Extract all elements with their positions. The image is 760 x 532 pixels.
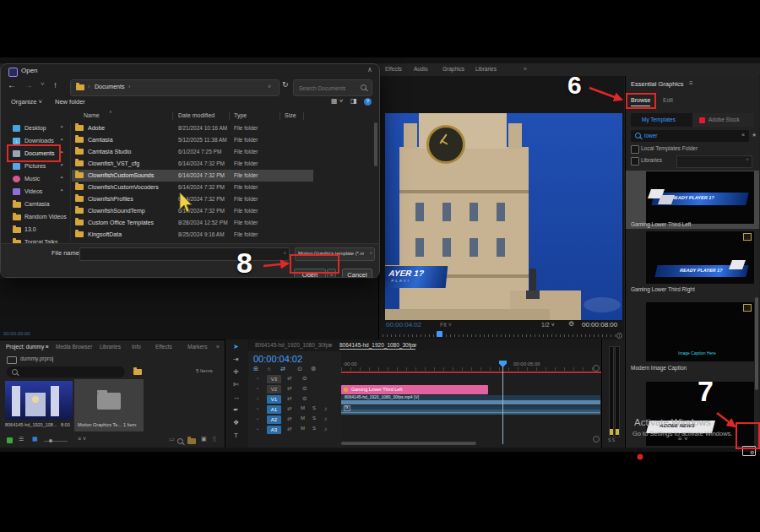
- table-row[interactable]: Custom Office Templates 8/28/2024 12:52 …: [72, 217, 377, 229]
- eg-scrollbar[interactable]: [755, 297, 758, 390]
- mute-button[interactable]: M: [301, 426, 305, 432]
- sync-lock-icon[interactable]: ⇄: [287, 385, 291, 391]
- table-row[interactable]: ClownfishProfiles 6/14/2024 7:32 PM File…: [72, 193, 377, 205]
- sync-lock-icon[interactable]: ⇄: [287, 405, 291, 411]
- tab-libraries[interactable]: Libraries: [475, 66, 497, 72]
- libraries-dropdown[interactable]: ˅: [676, 155, 752, 168]
- open-split-dropdown[interactable]: ˅: [327, 269, 336, 278]
- sequence-tab-inactive[interactable]: 8064145-hd_1920_1080_30fps: [255, 342, 331, 348]
- tab-info[interactable]: Info: [132, 344, 141, 350]
- local-templates-checkbox[interactable]: [631, 145, 639, 154]
- track-badge[interactable]: V1: [267, 395, 281, 404]
- track-badge[interactable]: A1: [267, 405, 281, 414]
- bin-path[interactable]: dummy.prproj: [20, 356, 53, 361]
- timeline-timecode[interactable]: 00:00:04:02: [253, 354, 302, 364]
- clip-v2-lower-third[interactable]: Gaming Lower Third Left: [341, 385, 488, 394]
- project-tab-overflow-icon[interactable]: »: [216, 344, 220, 350]
- panel-menu-icon[interactable]: ≡: [689, 80, 693, 88]
- program-playhead[interactable]: [437, 331, 442, 337]
- table-row[interactable]: Camtasia 5/12/2025 11:38 AM File folder: [72, 134, 377, 146]
- tab-project[interactable]: Project: dummy ≡: [6, 344, 49, 350]
- template-row[interactable]: Image Caption Here Modern Image Caption: [626, 296, 759, 372]
- tab-markers[interactable]: Markers: [187, 344, 207, 350]
- timeline-hscrollbar[interactable]: [341, 442, 476, 445]
- tab-audio[interactable]: Audio: [414, 66, 428, 72]
- sidebar-item-downloads[interactable]: Downloads: [24, 138, 54, 144]
- project-search-field[interactable]: [7, 366, 125, 377]
- favorites-star-icon[interactable]: ★: [752, 132, 757, 138]
- track-select-tool-icon[interactable]: ⇥: [233, 356, 239, 364]
- table-row[interactable]: ClownfishSoundTemp 6/14/2024 7:32 PM Fil…: [72, 205, 377, 217]
- tab-edit[interactable]: Edit: [663, 97, 673, 104]
- table-row[interactable]: ClownfishCustomVocoders 6/14/2024 7:32 P…: [72, 182, 377, 193]
- tab-effects[interactable]: Effects: [385, 66, 402, 72]
- template-row[interactable]: ADOBE NEWS: [626, 378, 759, 452]
- address-bar[interactable]: › Documents › ˅: [70, 79, 280, 96]
- selection-tool-icon[interactable]: ➤: [233, 344, 239, 351]
- voiceover-mic-icon[interactable]: ♪: [324, 415, 327, 421]
- timeline-ruler[interactable]: :00:00 00:00:05:00: [341, 351, 601, 374]
- chevron-up-icon[interactable]: ∧: [367, 67, 372, 74]
- timeline-settings-icon[interactable]: ⊞: [253, 366, 258, 372]
- sync-lock-icon[interactable]: ⇄: [287, 375, 291, 381]
- breadcrumb[interactable]: Documents: [95, 84, 124, 90]
- help-icon[interactable]: ?: [364, 98, 372, 106]
- track-eye-icon[interactable]: ⊙: [302, 385, 307, 391]
- preview-pane-icon[interactable]: ◨: [350, 98, 357, 106]
- clear-search-icon[interactable]: ×: [741, 132, 745, 138]
- track-eye-icon[interactable]: ⊙: [302, 375, 307, 381]
- list-scrollbar[interactable]: [374, 122, 377, 166]
- sidebar-item-videos[interactable]: Videos: [24, 188, 42, 195]
- tab-media-browser[interactable]: Media Browser: [56, 344, 92, 350]
- project-item-clip[interactable]: [5, 381, 73, 420]
- back-icon[interactable]: ←: [8, 80, 16, 90]
- table-row[interactable]: Clownfish_VST_cfg 6/14/2024 7:32 PM File…: [72, 158, 377, 170]
- clip-v1-video[interactable]: 8064145-hd_1920_1080_30fps.mp4 [V]: [341, 395, 600, 404]
- sidebar-item-desktop[interactable]: Desktop: [24, 125, 46, 132]
- up-icon[interactable]: ↑: [53, 80, 57, 90]
- hand-tool-icon[interactable]: ❖: [233, 420, 239, 427]
- sidebar-item-camtasia[interactable]: Camtasia: [24, 201, 50, 208]
- column-header-type[interactable]: Type: [234, 112, 247, 119]
- file-name-combo[interactable]: ˅: [79, 247, 290, 261]
- sort-order-icon[interactable]: ≡ ˅: [78, 436, 86, 442]
- table-row-selected[interactable]: ClownfishCustomSounds 6/14/2024 7:32 PM …: [72, 170, 313, 182]
- sequence-tab-active[interactable]: 8064145-hd_1920_1080_30fps: [339, 342, 415, 350]
- sidebar-item-pictures[interactable]: Pictures: [24, 163, 46, 170]
- template-row-selected[interactable]: READY PLAYER 1? Gaming Lower Third Left: [626, 171, 759, 229]
- new-folder-button[interactable]: New folder: [55, 99, 85, 106]
- voiceover-mic-icon[interactable]: ♪: [324, 405, 327, 411]
- tabbar-overflow-icon[interactable]: »: [524, 66, 527, 72]
- wrench-icon[interactable]: ⚙: [568, 321, 574, 328]
- column-header-date[interactable]: Date modified: [178, 112, 214, 119]
- type-tool-icon[interactable]: T: [234, 432, 238, 440]
- mute-button[interactable]: M: [301, 405, 305, 411]
- slip-tool-icon[interactable]: ↔: [233, 394, 240, 402]
- mute-button[interactable]: M: [301, 415, 305, 421]
- column-header-name[interactable]: Name: [84, 112, 100, 119]
- linked-selection-icon[interactable]: ⇄: [280, 366, 285, 372]
- libraries-checkbox[interactable]: [631, 157, 639, 166]
- project-item-folder[interactable]: Motion Graphics Te... 1 Item: [74, 379, 144, 432]
- snap-icon[interactable]: ∩: [267, 366, 271, 372]
- timeline-wrench-icon[interactable]: ⚙: [311, 366, 316, 372]
- table-row[interactable]: Camtasia Studio 6/1/2024 7:25 PM File fo…: [72, 146, 377, 158]
- column-header-size[interactable]: Size: [285, 112, 296, 119]
- track-eye-icon[interactable]: ⊙: [302, 395, 307, 401]
- timeline-vscroll-dot[interactable]: [593, 365, 600, 372]
- marker-icon[interactable]: ⊙: [297, 366, 302, 372]
- solo-button[interactable]: S: [312, 426, 316, 432]
- sidebar-item-music[interactable]: Music: [24, 176, 40, 182]
- solo-button[interactable]: S: [312, 405, 316, 411]
- program-scrubber[interactable]: [383, 334, 621, 337]
- sync-lock-icon[interactable]: ⇄: [287, 395, 291, 401]
- tab-effects2[interactable]: Effects: [155, 344, 172, 350]
- track-badge[interactable]: A2: [267, 415, 281, 424]
- sort-icon[interactable]: ≡ ˅: [678, 436, 688, 443]
- forward-icon[interactable]: →: [24, 80, 33, 90]
- search-input[interactable]: [297, 82, 360, 94]
- adobe-stock-segment[interactable]: Adobe Stock: [692, 113, 754, 127]
- cancel-button[interactable]: Cancel: [342, 269, 372, 278]
- solo-button[interactable]: S: [312, 415, 316, 421]
- pen-tool-icon[interactable]: ✒: [233, 407, 239, 415]
